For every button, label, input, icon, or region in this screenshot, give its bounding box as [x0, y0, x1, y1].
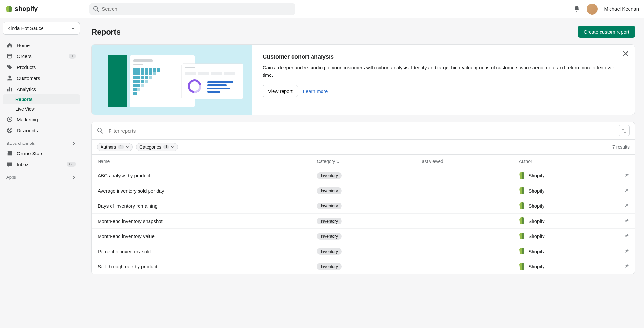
sidebar-item-orders[interactable]: Orders 1 — [3, 51, 80, 62]
tag-icon — [6, 64, 13, 70]
sidebar-item-label: Orders — [17, 54, 32, 59]
sidebar-item-customers[interactable]: Customers — [3, 73, 80, 84]
svg-rect-48 — [185, 72, 196, 75]
sidebar-item-label: Products — [17, 65, 36, 70]
sort-button[interactable] — [619, 125, 630, 136]
table-row[interactable]: Month-end inventory value Inventory Shop… — [92, 229, 635, 244]
table-row[interactable]: Percent of inventory sold Inventory Shop… — [92, 244, 635, 259]
sidebar-item-inbox[interactable]: Inbox 68 — [3, 159, 80, 170]
username[interactable]: Michael Keenan — [604, 6, 639, 12]
svg-rect-25 — [133, 72, 137, 75]
avatar[interactable] — [587, 4, 598, 15]
report-name: Month-end inventory value — [92, 229, 311, 244]
column-category[interactable]: Category — [311, 155, 413, 168]
pin-icon[interactable] — [624, 173, 629, 178]
reports-card: Authors 1 Categories 1 7 results Name Ca… — [91, 122, 635, 274]
svg-point-4 — [8, 76, 11, 78]
chip-count: 1 — [118, 145, 124, 149]
table-row[interactable]: Month-end inventory snapshot Inventory S… — [92, 214, 635, 229]
inbox-icon — [6, 161, 13, 167]
report-author: Shopify — [513, 229, 618, 244]
banner-title: Customer cohort analysis — [263, 54, 622, 60]
svg-rect-41 — [137, 84, 140, 87]
report-last-viewed — [414, 244, 513, 259]
svg-rect-7 — [11, 88, 12, 91]
pin-icon[interactable] — [624, 263, 629, 269]
svg-rect-23 — [153, 68, 156, 72]
pin-icon[interactable] — [624, 248, 629, 253]
sidebar-item-label: Customers — [17, 75, 40, 81]
filter-reports-input[interactable] — [109, 128, 616, 134]
report-last-viewed — [414, 214, 513, 229]
authors-filter-chip[interactable]: Authors 1 — [97, 143, 133, 151]
svg-point-13 — [10, 131, 11, 132]
report-category: Inventory — [311, 198, 413, 214]
pin-cell — [618, 214, 635, 229]
shopify-logo[interactable]: shopify — [5, 5, 38, 13]
chip-count: 1 — [163, 145, 169, 149]
sidebar-item-label: Online Store — [17, 151, 43, 156]
sales-channels-header: Sales channels — [3, 136, 80, 148]
sidebar-item-marketing[interactable]: Marketing — [3, 114, 80, 125]
svg-rect-17 — [133, 64, 143, 65]
svg-rect-32 — [137, 76, 140, 79]
svg-rect-39 — [145, 80, 148, 83]
table-row[interactable]: Average inventory sold per day Inventory… — [92, 183, 635, 198]
svg-line-61 — [101, 132, 103, 133]
table-row[interactable]: ABC analysis by product Inventory Shopif… — [92, 168, 635, 183]
svg-rect-50 — [211, 72, 222, 75]
pin-icon[interactable] — [624, 218, 629, 223]
apps-header[interactable]: Apps — [3, 170, 80, 182]
bell-icon[interactable] — [573, 5, 580, 13]
report-category: Inventory — [311, 183, 413, 198]
results-count: 7 results — [612, 144, 630, 150]
close-icon — [622, 50, 630, 57]
global-search[interactable] — [89, 3, 295, 15]
learn-more-link[interactable]: Learn more — [303, 88, 328, 94]
shopify-bag-icon — [519, 217, 525, 224]
svg-point-0 — [94, 6, 97, 10]
sidebar-item-products[interactable]: Products — [3, 62, 80, 73]
report-author: Shopify — [513, 183, 618, 198]
svg-rect-29 — [149, 72, 152, 75]
pin-cell — [618, 229, 635, 244]
sidebar-item-discounts[interactable]: Discounts — [3, 125, 80, 136]
chevron-down-icon — [126, 145, 129, 149]
sidebar-item-label: Inbox — [17, 162, 29, 167]
categories-filter-chip[interactable]: Categories 1 — [136, 143, 178, 151]
reports-table: Name Category Last viewed Author ABC ana… — [92, 155, 635, 274]
pin-cell — [618, 183, 635, 198]
sidebar-item-analytics[interactable]: Analytics — [3, 84, 80, 94]
store-selector[interactable]: Kinda Hot Sauce — [3, 22, 80, 35]
view-report-button[interactable]: View report — [263, 85, 298, 97]
sidebar-item-live-view[interactable]: Live View — [3, 104, 80, 114]
chevron-right-icon[interactable] — [72, 142, 76, 145]
pin-icon[interactable] — [624, 203, 629, 208]
chip-label: Categories — [139, 144, 161, 150]
svg-rect-31 — [133, 76, 137, 79]
table-row[interactable]: Days of inventory remaining Inventory Sh… — [92, 198, 635, 214]
close-banner-button[interactable] — [622, 50, 630, 59]
column-last-viewed[interactable]: Last viewed — [414, 155, 513, 168]
pin-cell — [618, 259, 635, 274]
report-last-viewed — [414, 198, 513, 214]
svg-rect-38 — [141, 80, 144, 83]
pin-icon[interactable] — [624, 188, 629, 193]
svg-rect-49 — [198, 72, 209, 75]
main-content: Reports Create custom report — [82, 18, 644, 328]
table-row[interactable]: Sell-through rate by product Inventory S… — [92, 259, 635, 274]
pin-icon[interactable] — [624, 233, 629, 238]
svg-rect-2 — [8, 54, 12, 58]
report-author: Shopify — [513, 198, 618, 214]
svg-rect-14 — [108, 55, 127, 107]
column-name[interactable]: Name — [92, 155, 311, 168]
svg-line-1 — [97, 10, 99, 11]
report-category: Inventory — [311, 229, 413, 244]
orders-icon — [6, 53, 13, 59]
search-input[interactable] — [102, 6, 292, 12]
sidebar-item-reports[interactable]: Reports — [3, 94, 80, 104]
create-custom-report-button[interactable]: Create custom report — [578, 26, 635, 38]
column-author[interactable]: Author — [513, 155, 618, 168]
sidebar-item-home[interactable]: Home — [3, 40, 80, 51]
sidebar-item-online-store[interactable]: Online Store — [3, 148, 80, 159]
